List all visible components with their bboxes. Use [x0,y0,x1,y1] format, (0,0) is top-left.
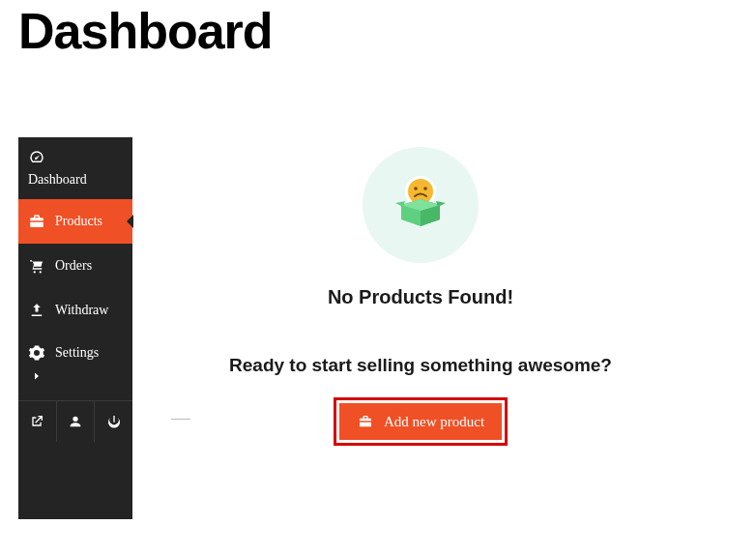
sidebar-item-settings[interactable]: Settings [18,333,132,396]
power-button[interactable] [95,401,132,442]
empty-illustration [363,147,479,263]
sidebar-item-label: Settings [55,345,99,361]
power-icon [105,413,123,430]
external-link-icon [28,413,45,430]
sidebar-item-orders[interactable]: Orders [18,244,132,288]
empty-state: No Products Found! Ready to start sellin… [132,137,709,446]
external-link-button[interactable] [18,401,57,442]
add-button-label: Add new product [384,414,484,430]
sidebar-item-label: Orders [55,258,92,274]
sidebar-item-dashboard[interactable]: Dashboard [18,137,132,199]
sidebar-item-label: Products [55,214,102,229]
sidebar-item-label: Withdraw [55,303,108,318]
profile-button[interactable] [57,401,96,442]
cart-icon [28,257,45,275]
add-product-callout: Add new product [334,397,508,446]
empty-heading: No Products Found! [132,286,709,308]
sidebar-item-products[interactable]: Products [18,199,132,244]
add-new-product-button[interactable]: Add new product [338,402,503,441]
chevron-right-icon [28,367,45,385]
divider-stub [171,419,190,420]
page-title: Dashboard [18,2,756,60]
svg-point-3 [423,187,427,190]
upload-icon [28,302,45,319]
sidebar-item-withdraw[interactable]: Withdraw [18,288,132,333]
sidebar: Dashboard Products Orders Withdraw [18,137,132,519]
sidebar-item-label: Dashboard [28,172,87,188]
empty-subheading: Ready to start selling something awesome… [132,355,709,376]
main-content: No Products Found! Ready to start sellin… [132,137,732,519]
svg-point-2 [414,187,418,190]
briefcase-icon [28,213,45,230]
gear-icon [28,344,45,362]
user-icon [67,413,84,430]
dashboard-icon [28,149,45,166]
briefcase-icon [357,413,374,430]
sidebar-bottom-icons [18,400,132,442]
